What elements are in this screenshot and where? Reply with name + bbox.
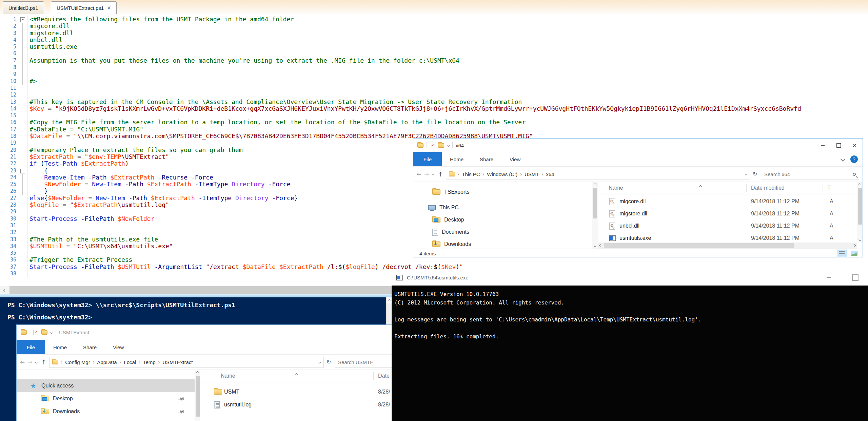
code-line[interactable]: 9	[0, 71, 868, 78]
nav-vertical-scrollbar[interactable]	[592, 182, 598, 249]
thumbnail-view-button[interactable]	[849, 250, 859, 257]
details-view-button[interactable]	[837, 250, 847, 257]
history-chevron-icon[interactable]	[35, 361, 37, 363]
column-header-name[interactable]: Name	[221, 370, 235, 382]
history-chevron-icon[interactable]	[431, 173, 434, 175]
sidebar-item-tsexports[interactable]: TSExports	[413, 186, 592, 198]
breadcrumb-segment[interactable]: AppData	[97, 359, 117, 365]
sidebar-item-desktop[interactable]: Desktop	[17, 392, 195, 405]
code-line[interactable]: 6	[0, 50, 868, 57]
breadcrumb[interactable]: ›This PC›Windows (C:)›USMT›x64	[446, 169, 750, 180]
code-line[interactable]: 12	[0, 91, 868, 98]
file-row[interactable]: migstore.dll9/14/2018 11:12 PMA	[598, 208, 857, 220]
sidebar-item-documents[interactable]: Documents	[17, 418, 195, 421]
sidebar-item-quick-access[interactable]: Quick access	[17, 379, 195, 392]
code-line[interactable]: 15	[0, 112, 868, 119]
nav-vertical-scrollbar[interactable]	[195, 370, 200, 421]
sidebar-item-desktop[interactable]: Desktop	[413, 214, 592, 226]
breadcrumb-segment[interactable]: USMT	[525, 171, 539, 177]
fold-collapse-icon[interactable]: −	[20, 17, 25, 22]
breadcrumb-segment[interactable]: x64	[546, 171, 554, 177]
address-dropdown-chevron-icon[interactable]	[745, 173, 747, 175]
ribbon-tab-view[interactable]: View	[105, 340, 132, 354]
title-bar[interactable]: USMTExtract	[17, 325, 436, 340]
address-dropdown-chevron-icon[interactable]	[318, 361, 321, 363]
ribbon-expand-chevron-icon[interactable]	[841, 157, 845, 162]
column-header-t[interactable]: T	[827, 182, 831, 194]
scrollbar-thumb[interactable]	[593, 188, 597, 218]
refresh-icon[interactable]	[753, 171, 758, 177]
back-button[interactable]: ←	[417, 171, 421, 177]
ribbon-tab-view[interactable]: View	[501, 152, 529, 166]
file-row[interactable]: unbcl.dll9/14/2018 11:12 PMA	[598, 220, 857, 232]
code-line[interactable]: 16#Copy the MIG File from the server loc…	[0, 119, 868, 126]
scrollbar-thumb[interactable]	[858, 188, 862, 225]
breadcrumb-segment[interactable]: Windows (C:)	[487, 171, 517, 177]
forward-button[interactable]: →	[424, 171, 429, 177]
breadcrumb-segment[interactable]: Local	[124, 359, 136, 365]
minimize-button[interactable]	[818, 269, 839, 286]
code-line[interactable]: 3migstore.dll	[0, 30, 868, 37]
close-button[interactable]: ×	[847, 139, 863, 152]
ribbon-tab-share[interactable]: Share	[472, 152, 501, 166]
tab-close-icon[interactable]: ×	[107, 5, 111, 11]
sidebar-item-downloads[interactable]: Downloads	[17, 405, 195, 418]
code-line[interactable]: 14$Key = "k9jKO5dD8yz7giskT1sKXmrLwGvD+v…	[0, 105, 868, 112]
code-line[interactable]: 10#>	[0, 78, 868, 85]
code-line[interactable]: 11	[0, 85, 868, 91]
file-row[interactable]: usmtutils.exe9/14/2018 11:12 PMA	[598, 232, 857, 244]
properties-qat-icon[interactable]	[33, 330, 38, 335]
new-folder-qat-icon[interactable]	[438, 143, 444, 148]
new-folder-qat-icon[interactable]	[41, 330, 47, 335]
token-v: $NewFolder	[44, 181, 81, 188]
editor-tab-0[interactable]: Untitled3.ps1	[3, 1, 44, 14]
sidebar-item-documents[interactable]: Documents	[413, 226, 592, 238]
ribbon-tab-file[interactable]: File	[413, 152, 442, 166]
forward-button[interactable]: →	[27, 359, 32, 365]
code-line[interactable]: 8	[0, 64, 868, 71]
ribbon-tab-share[interactable]: Share	[75, 340, 105, 354]
editor-tab-1[interactable]: USMTUtilExtract.ps1×	[51, 1, 117, 14]
refresh-icon[interactable]	[327, 359, 332, 365]
file-row[interactable]: migcore.dll9/14/2018 11:12 PMA	[598, 195, 857, 208]
column-header-name[interactable]: Name	[609, 182, 623, 194]
console-output[interactable]: USMTUTILS.EXE Version 10.0.17763(C) 2012…	[392, 286, 868, 421]
maximize-button[interactable]	[845, 269, 866, 286]
sidebar-item-this-pc[interactable]: This PC	[413, 202, 592, 214]
fold-collapse-icon[interactable]: −	[20, 169, 25, 173]
scrollbar-thumb[interactable]	[196, 376, 200, 417]
column-header-date[interactable]: Date	[378, 370, 390, 382]
scroll-left-button[interactable]	[0, 286, 9, 294]
ribbon-tab-home[interactable]: Home	[45, 340, 75, 354]
up-button[interactable]: ↑	[438, 171, 443, 177]
code-line[interactable]: 7Assumption is that you put those files …	[0, 57, 868, 64]
breadcrumb-segment[interactable]: This PC	[462, 171, 480, 177]
back-button[interactable]: ←	[20, 359, 25, 365]
qat-customize-chevron-icon[interactable]	[50, 331, 53, 334]
minimize-button[interactable]	[815, 139, 831, 152]
breadcrumb[interactable]: ›Config Mgr›AppData›Local›Temp›USMTExtra…	[49, 357, 324, 368]
code-line[interactable]: 13#This key is captured in the CM Consol…	[0, 99, 868, 105]
code-line[interactable]: 5usmtutils.exe	[0, 43, 868, 50]
token-c: #This key is captured in the CM Console …	[29, 98, 522, 105]
help-icon[interactable]: ?	[850, 155, 858, 163]
maximize-button[interactable]	[831, 139, 847, 152]
search-input[interactable]: Search x64	[761, 169, 859, 180]
list-vertical-scrollbar[interactable]	[857, 182, 863, 243]
code-line[interactable]: 1−<#Requires the following files from th…	[0, 16, 868, 23]
title-bar[interactable]: x64 ×	[413, 139, 863, 152]
column-header-date-modified[interactable]: Date modified	[751, 182, 785, 194]
code-line[interactable]: 17#$DataFile = "C:\USMT\USMT.MIG"	[0, 126, 868, 133]
ribbon-tab-file[interactable]: File	[17, 340, 45, 354]
ribbon-tab-home[interactable]: Home	[442, 152, 472, 166]
code-line[interactable]: 4unbcl.dll	[0, 37, 868, 43]
up-button[interactable]: ↑	[41, 359, 46, 365]
title-bar[interactable]: C:\USMT\x64\usmtutils.exe	[392, 269, 868, 286]
qat-customize-chevron-icon[interactable]	[447, 144, 450, 147]
breadcrumb-segment[interactable]: Temp	[143, 359, 156, 365]
breadcrumb-segment[interactable]: USMTExtract	[162, 359, 193, 365]
code-line[interactable]: 2migcore.dll	[0, 23, 868, 29]
properties-qat-icon[interactable]	[430, 143, 435, 148]
token-p: -ArgumentList	[155, 263, 202, 270]
breadcrumb-segment[interactable]: Config Mgr	[65, 359, 90, 365]
